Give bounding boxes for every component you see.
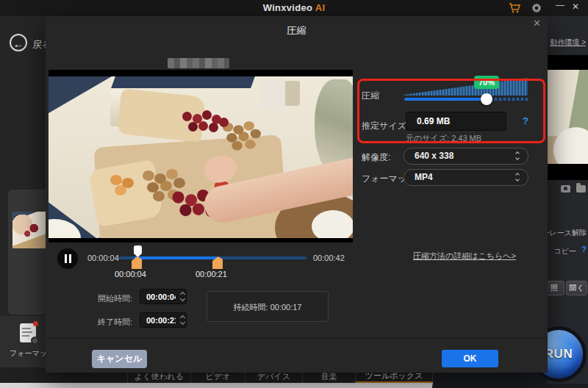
- photo-decor: [285, 81, 300, 106]
- compress-label: 圧縮: [362, 90, 379, 102]
- app-badge: AI: [315, 2, 326, 13]
- copy-label: コピー: [554, 246, 576, 256]
- app-title: Winxvideo AI: [0, 2, 588, 13]
- video-preview[interactable]: [49, 70, 353, 242]
- dialog-close-icon[interactable]: ✕: [533, 18, 541, 29]
- photo-decor: [143, 170, 154, 181]
- format-gear-icon: [31, 337, 39, 345]
- app-window: Winxvideo AI — ✕ ← 戻る フォーマット 動作環境 > ターレー…: [0, 0, 588, 388]
- footer-divider: [46, 338, 548, 339]
- ok-button[interactable]: OK: [442, 350, 498, 367]
- photo-decor: [117, 88, 206, 143]
- compress-ramp: [404, 78, 528, 96]
- format-tool-icon[interactable]: [20, 323, 36, 342]
- resolution-select[interactable]: 640 x 338: [404, 148, 528, 165]
- snapshot-icon[interactable]: [561, 185, 570, 193]
- cart-icon[interactable]: [509, 3, 520, 13]
- background-left-panel: ← 戻る フォーマット: [0, 16, 46, 367]
- photo-decor: [111, 76, 255, 88]
- video-thumbnail-image: [12, 212, 46, 248]
- dialog-title: 圧縮: [46, 24, 548, 37]
- resolution-label: 解像度:: [362, 151, 390, 164]
- original-size-text: 元のサイズ: 2.43 MB: [406, 133, 481, 144]
- photo-decor: [312, 210, 353, 238]
- compress-percent-badge: 70%: [474, 76, 499, 89]
- preview-toolbar: [561, 185, 586, 193]
- start-time-stepper[interactable]: [179, 292, 187, 302]
- pause-button[interactable]: [57, 248, 78, 269]
- trim-start-marker-label: 00:00:04: [115, 270, 146, 279]
- titlebar: Winxvideo AI — ✕: [0, 0, 588, 16]
- chevron-updown-icon: [514, 151, 522, 162]
- compress-slider-handle[interactable]: [481, 93, 492, 105]
- app-name: Winxvideo: [263, 2, 313, 13]
- format-tool-panel: フォーマット: [0, 316, 46, 367]
- total-time: 00:00:42: [313, 254, 345, 262]
- estimated-size-label: 推定サイズ: [362, 120, 406, 132]
- open-button[interactable]: 開く: [566, 281, 587, 295]
- start-time-label: 開始時間:: [98, 293, 132, 304]
- format-value: MP4: [415, 172, 433, 182]
- folder-icon[interactable]: [576, 185, 586, 193]
- timeline-selection: [135, 256, 217, 259]
- photo-decor: [88, 159, 163, 227]
- timeline-track[interactable]: [118, 256, 306, 259]
- video-preview-image: [49, 76, 353, 238]
- compress-slider-track[interactable]: [404, 98, 528, 101]
- duration-box: 持続時間: 00:00:17: [207, 291, 329, 322]
- photo-decor: [172, 191, 184, 203]
- compression-dialog: 圧縮 ✕: [46, 16, 548, 373]
- close-window-button[interactable]: ✕: [572, 1, 584, 12]
- end-time-stepper[interactable]: [179, 315, 187, 326]
- photo-decor: [260, 78, 285, 109]
- playhead-marker[interactable]: [134, 245, 142, 257]
- photo-decor: [49, 219, 81, 238]
- video-thumbnail-card[interactable]: [8, 190, 46, 315]
- cancel-button[interactable]: キャンセル: [92, 350, 147, 368]
- help-icon[interactable]: ?: [581, 245, 587, 254]
- notification-dot: [33, 321, 38, 326]
- minimize-button[interactable]: —: [556, 0, 567, 10]
- photo-decor: [110, 175, 122, 185]
- photo-decor: [182, 112, 192, 121]
- output-preview-image: [548, 70, 588, 164]
- gear-icon[interactable]: [531, 3, 542, 13]
- end-time-label: 終了時間:: [98, 317, 132, 328]
- video-filename-redacted: [168, 58, 229, 68]
- format-select[interactable]: MP4: [404, 169, 528, 186]
- format-tool-label: フォーマット: [10, 348, 46, 359]
- environment-link[interactable]: 動作環境 >: [550, 37, 586, 48]
- estimated-size-help-icon[interactable]: ?: [523, 115, 528, 126]
- elapsed-time: 00:00:04: [87, 254, 119, 262]
- resolution-value: 640 x 338: [415, 151, 453, 161]
- compression-details-link[interactable]: 圧縮方法の詳細はこちらへ>: [413, 251, 516, 262]
- output-preview: [548, 55, 588, 180]
- background-right-panel: 動作環境 > ターレース解除 コピー ? 照 開く: [548, 16, 588, 367]
- photo-decor: [49, 76, 112, 113]
- back-label: 戻る: [32, 38, 46, 51]
- back-button[interactable]: ←: [10, 34, 27, 51]
- trim-end-marker-label: 00:00:21: [196, 270, 227, 279]
- estimated-size-input[interactable]: [406, 112, 506, 131]
- chevron-updown-icon: [514, 173, 522, 183]
- photo-decor: [223, 123, 233, 132]
